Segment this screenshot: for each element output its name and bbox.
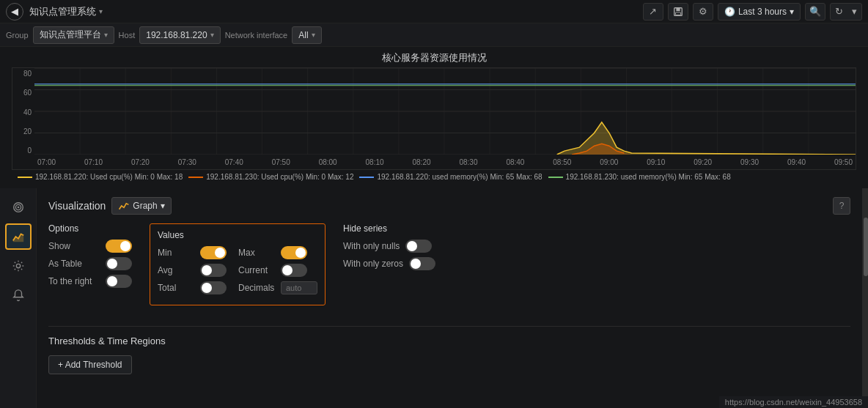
- max-value-col: Max Current Decimals: [238, 246, 317, 299]
- clock-icon: 🕐: [724, 7, 735, 17]
- host-dropdown[interactable]: 192.168.81.220 ▾: [139, 26, 220, 44]
- min-label: Min: [158, 248, 194, 258]
- group-value: 知识点管理平台: [40, 29, 101, 41]
- total-label: Total: [158, 283, 194, 293]
- search-button[interactable]: 🔍: [805, 3, 825, 21]
- sidebar-icon-gear[interactable]: [5, 253, 32, 279]
- group-dropdown[interactable]: 知识点管理平台 ▾: [33, 26, 114, 44]
- chart-container: 80 60 40 20 0: [12, 67, 856, 170]
- decimals-input[interactable]: [281, 281, 317, 294]
- nav-right-actions: ↗ ⚙ 🕐 Last 3 hours ▾ 🔍 ↻ ▾: [643, 3, 862, 21]
- y-axis: 80 60 40 20 0: [12, 68, 34, 155]
- host-label: Host: [119, 31, 136, 40]
- scrollbar-thumb[interactable]: [864, 218, 868, 276]
- nulls-option-row: With only nulls: [343, 240, 435, 253]
- add-threshold-label: + Add Threshold: [58, 360, 122, 370]
- svg-marker-25: [34, 122, 856, 155]
- current-label: Current: [238, 265, 275, 275]
- zeros-label: With only zeros: [343, 259, 403, 269]
- visualization-header: Visualization Graph ▾ ?: [48, 197, 850, 215]
- thresholds-title: Thresholds & Time Regions: [48, 326, 850, 346]
- thresholds-section: Thresholds & Time Regions + Add Threshol…: [48, 317, 850, 383]
- graph-label: Graph: [133, 201, 157, 211]
- legend-item-mem230: 192.168.81.230: used memory(%) Min: 65 M…: [548, 173, 731, 181]
- zeros-toggle[interactable]: [409, 257, 435, 270]
- url-bar: https://blog.csdn.net/weixin_44953658: [719, 396, 868, 408]
- content-area: Visualization Graph ▾ ? Options Show: [37, 188, 862, 408]
- values-title: Values: [158, 230, 317, 240]
- nulls-label: With only nulls: [343, 241, 400, 251]
- svg-marker-26: [34, 144, 856, 155]
- svg-rect-1: [676, 7, 680, 10]
- as-table-option-row: As Table: [48, 257, 132, 270]
- nulls-toggle[interactable]: [405, 240, 432, 253]
- chart-grid: [34, 68, 856, 155]
- hide-series-title: Hide series: [343, 223, 435, 234]
- current-toggle[interactable]: [281, 264, 307, 277]
- time-caret: ▾: [790, 7, 794, 17]
- save-button[interactable]: [668, 3, 688, 21]
- legend-item-mem220: 192.168.81.220: used memory(%) Min: 65 M…: [359, 173, 542, 181]
- as-table-toggle[interactable]: [106, 257, 132, 270]
- hide-series-column: Hide series With only nulls With only ze…: [343, 223, 435, 305]
- time-range-picker[interactable]: 🕐 Last 3 hours ▾: [718, 3, 801, 21]
- chart-title: 核心服务器资源使用情况: [12, 51, 856, 64]
- visualization-title: Visualization: [48, 200, 106, 212]
- svg-point-29: [17, 207, 19, 209]
- toolbar: Group 知识点管理平台 ▾ Host 192.168.81.220 ▾ Ne…: [0, 23, 868, 47]
- avg-toggle[interactable]: [200, 264, 227, 277]
- legend-item-cpu230: 192.168.81.230: Used cpu(%) Min: 0 Max: …: [188, 173, 353, 181]
- show-toggle[interactable]: [106, 240, 132, 253]
- app-title: 知识点管理系统: [29, 5, 96, 18]
- decimals-label: Decimals: [238, 283, 275, 293]
- max-label: Max: [238, 248, 275, 258]
- refresh-icon: ↻: [831, 6, 847, 17]
- to-right-option-row: To the right: [48, 275, 132, 288]
- options-title: Options: [48, 223, 132, 234]
- legend-label-cpu230: 192.168.81.230: Used cpu(%) Min: 0 Max: …: [206, 173, 353, 181]
- to-right-toggle[interactable]: [106, 275, 132, 288]
- title-caret: ▾: [99, 7, 103, 15]
- avg-label: Avg: [158, 265, 194, 275]
- values-column: Values Min Avg Total: [150, 223, 326, 305]
- legend-item-cpu220: 192.168.81.220: Used cpu(%) Min: 0 Max: …: [18, 173, 183, 181]
- top-navigation: ◀ 知识点管理系统 ▾ ↗ ⚙ 🕐 Last 3 hours ▾ 🔍 ↻ ▾: [0, 0, 868, 23]
- legend-label-mem220: 192.168.81.220: used memory(%) Min: 65 M…: [377, 173, 542, 181]
- min-value-row: Min Avg Total: [158, 246, 227, 299]
- right-scrollbar[interactable]: [862, 188, 868, 408]
- refresh-caret: ▾: [847, 6, 861, 17]
- min-toggle[interactable]: [200, 246, 227, 259]
- graph-type-button[interactable]: Graph ▾: [111, 197, 171, 215]
- sidebar: [0, 188, 37, 408]
- host-value: 192.168.81.220: [146, 30, 207, 40]
- add-threshold-button[interactable]: + Add Threshold: [48, 355, 132, 374]
- svg-point-31: [16, 264, 20, 267]
- bottom-panel: Visualization Graph ▾ ? Options Show: [0, 188, 868, 408]
- zeros-option-row: With only zeros: [343, 257, 435, 270]
- sidebar-icon-bell[interactable]: [5, 282, 32, 308]
- refresh-button[interactable]: ↻ ▾: [830, 3, 862, 21]
- max-toggle[interactable]: [281, 246, 307, 259]
- legend-label-mem230: 192.168.81.230: used memory(%) Min: 65 M…: [566, 173, 731, 181]
- sidebar-icon-layers[interactable]: [5, 194, 32, 220]
- help-button[interactable]: ?: [833, 197, 850, 215]
- time-range-label: Last 3 hours: [738, 7, 787, 17]
- host-caret: ▾: [210, 31, 214, 39]
- network-label: Network interface: [225, 31, 288, 40]
- back-button[interactable]: ◀: [6, 3, 23, 21]
- share-button[interactable]: ↗: [643, 3, 663, 21]
- network-caret: ▾: [312, 31, 315, 39]
- show-label: Show: [48, 241, 100, 251]
- options-row: Options Show As Table To the right Value…: [48, 223, 850, 305]
- graph-caret: ▾: [161, 201, 165, 211]
- legend-label-cpu220: 192.168.81.220: Used cpu(%) Min: 0 Max: …: [35, 173, 183, 181]
- options-column: Options Show As Table To the right: [48, 223, 132, 305]
- chart-legend: 192.168.81.220: Used cpu(%) Min: 0 Max: …: [12, 170, 856, 184]
- sidebar-icon-chart[interactable]: [5, 223, 32, 250]
- settings-button[interactable]: ⚙: [693, 3, 713, 21]
- total-toggle[interactable]: [200, 281, 227, 294]
- as-table-label: As Table: [48, 259, 100, 269]
- x-axis: 07:0007:1007:2007:3007:40 07:5008:0008:1…: [34, 155, 856, 169]
- group-label: Group: [6, 31, 29, 40]
- network-dropdown[interactable]: All ▾: [292, 26, 321, 44]
